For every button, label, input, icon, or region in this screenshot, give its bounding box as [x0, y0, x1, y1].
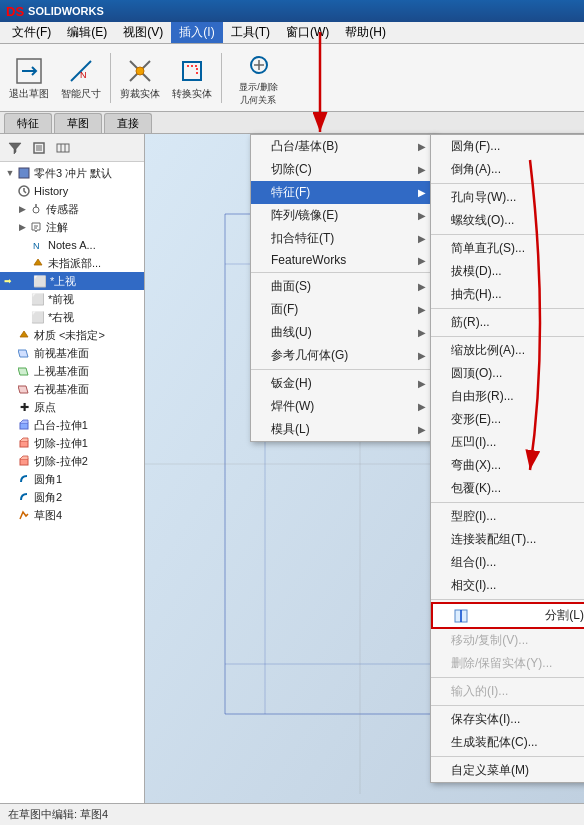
- menu-window[interactable]: 窗口(W): [278, 22, 337, 43]
- material-icon: [16, 327, 32, 343]
- fsep4: [431, 336, 584, 337]
- tree-root[interactable]: ▼ 零件3 冲片 默认: [0, 164, 144, 182]
- sensor-icon: [28, 201, 44, 217]
- fw-label: FeatureWorks: [271, 253, 346, 267]
- sub-imported[interactable]: 输入的(I)...: [431, 680, 584, 703]
- tree-fillet2[interactable]: 圆角2: [0, 488, 144, 506]
- top-plane-label: 上视基准面: [34, 364, 89, 379]
- tree-top-view[interactable]: ➡ ⬜ *上视: [0, 272, 144, 290]
- menu-edit[interactable]: 编辑(E): [59, 22, 115, 43]
- sub-custommenu[interactable]: 自定义菜单(M): [431, 759, 584, 782]
- sub-savebody[interactable]: 保存实体(I)...: [431, 708, 584, 731]
- menu-snap[interactable]: 扣合特征(T) ▶: [251, 227, 434, 250]
- sub-fillet[interactable]: 圆角(F)...: [431, 135, 584, 158]
- sub-draft[interactable]: 拔模(D)...: [431, 260, 584, 283]
- sub-simplehole[interactable]: 简单直孔(S)...: [431, 237, 584, 260]
- tree-history[interactable]: History: [0, 182, 144, 200]
- tree-fillet1[interactable]: 圆角1: [0, 470, 144, 488]
- sub-join[interactable]: 连接装配组(T)...: [431, 528, 584, 551]
- tree-notes[interactable]: N Notes A...: [0, 236, 144, 254]
- menu-cut[interactable]: 切除(C) ▶: [251, 158, 434, 181]
- menu-surface[interactable]: 曲面(S) ▶: [251, 275, 434, 298]
- tab-sketch[interactable]: 草图: [54, 113, 102, 133]
- sub-movecopy[interactable]: 移动/复制(V)...: [431, 629, 584, 652]
- tree-front-plane[interactable]: 前视基准面: [0, 344, 144, 362]
- menu-insert[interactable]: 插入(I): [171, 22, 222, 43]
- snap-arrow: ▶: [418, 233, 426, 244]
- snap-label: 扣合特征(T): [271, 230, 334, 247]
- tree-top-plane[interactable]: 上视基准面: [0, 362, 144, 380]
- show-del-label: 显示/删除几何关系: [239, 81, 278, 107]
- menu-file[interactable]: 文件(F): [4, 22, 59, 43]
- tree-cut1[interactable]: 切除-拉伸1: [0, 434, 144, 452]
- part-icon-button[interactable]: [28, 137, 50, 159]
- sub-wrap[interactable]: 包覆(K)...: [431, 477, 584, 500]
- tree-material[interactable]: 材质 <未指定>: [0, 326, 144, 344]
- material-label: 材质 <未指定>: [34, 328, 105, 343]
- pattern-label: 阵列/镜像(E): [271, 207, 338, 224]
- menu-curve[interactable]: 曲线(U) ▶: [251, 321, 434, 344]
- sub-indent[interactable]: 压凹(I)...: [431, 431, 584, 454]
- menu-weld[interactable]: 焊件(W) ▶: [251, 395, 434, 418]
- show-del-button[interactable]: 显示/删除几何关系: [226, 48, 291, 108]
- menu-feature[interactable]: 特征(F) ▶: [251, 181, 434, 204]
- smart-dim-button[interactable]: N 智能尺寸: [56, 48, 106, 108]
- menu-featureworks[interactable]: FeatureWorks ▶: [251, 250, 434, 270]
- convert-button[interactable]: 转换实体: [167, 48, 217, 108]
- tree-material-unspec[interactable]: 未指派部...: [0, 254, 144, 272]
- tree-origin[interactable]: ✚ 原点: [0, 398, 144, 416]
- menu-boss[interactable]: 凸台/基体(B) ▶: [251, 135, 434, 158]
- sub-makeassembly[interactable]: 生成装配体(C)...: [431, 731, 584, 754]
- tree-cut2[interactable]: 切除-拉伸2: [0, 452, 144, 470]
- filter-button[interactable]: [4, 137, 26, 159]
- sub-split[interactable]: 分割(L)...: [431, 602, 584, 629]
- panel-toolbar: [0, 134, 144, 162]
- sub-scale[interactable]: 缩放比例(A)...: [431, 339, 584, 362]
- tree-annotation[interactable]: ▶ 注解: [0, 218, 144, 236]
- menu-sheetmetal[interactable]: 钣金(H) ▶: [251, 372, 434, 395]
- tree-front[interactable]: ⬜ *前视: [0, 290, 144, 308]
- tab-direct[interactable]: 直接: [104, 113, 152, 133]
- sub-cavity[interactable]: 型腔(I)...: [431, 505, 584, 528]
- menu-mold[interactable]: 模具(L) ▶: [251, 418, 434, 441]
- sub-rib[interactable]: 筋(R)...: [431, 311, 584, 334]
- menu-pattern[interactable]: 阵列/镜像(E) ▶: [251, 204, 434, 227]
- sub-deletebody[interactable]: 删除/保留实体(Y)...: [431, 652, 584, 675]
- cut-arrow: ▶: [418, 164, 426, 175]
- tree-sketch4[interactable]: 草图4: [0, 506, 144, 524]
- sub-shell[interactable]: 抽壳(H)...: [431, 283, 584, 306]
- tab-features[interactable]: 特征: [4, 113, 52, 133]
- menu-help[interactable]: 帮助(H): [337, 22, 394, 43]
- right-plane-label: 右视基准面: [34, 382, 89, 397]
- sub-thread[interactable]: 螺纹线(O)...: [431, 209, 584, 232]
- sub-freeform[interactable]: 自由形(R)...: [431, 385, 584, 408]
- tree-sensor[interactable]: ▶ 传感器: [0, 200, 144, 218]
- fsep6: [431, 599, 584, 600]
- exit-sketch-button[interactable]: 退出草图: [4, 48, 54, 108]
- sub-intersect[interactable]: 相交(I)...: [431, 574, 584, 597]
- menu-refgeo[interactable]: 参考几何体(G) ▶: [251, 344, 434, 367]
- tree-boss1[interactable]: 凸台-拉伸1: [0, 416, 144, 434]
- cut2-label: 切除-拉伸2: [34, 454, 88, 469]
- cut2-icon: [16, 453, 32, 469]
- sub-dome[interactable]: 圆顶(O)...: [431, 362, 584, 385]
- view-icon-button[interactable]: [52, 137, 74, 159]
- sub-flex[interactable]: 弯曲(X)...: [431, 454, 584, 477]
- left-panel: ▼ 零件3 冲片 默认 History: [0, 134, 145, 803]
- sub-deform[interactable]: 变形(E)...: [431, 408, 584, 431]
- sw-logo: SOLIDWORKS: [28, 5, 104, 17]
- sub-chamfer[interactable]: 倒角(A)...: [431, 158, 584, 181]
- trim-button[interactable]: 剪裁实体: [115, 48, 165, 108]
- ds-logo: DS: [6, 4, 24, 19]
- menu-tools[interactable]: 工具(T): [223, 22, 278, 43]
- front-plane-label: 前视基准面: [34, 346, 89, 361]
- sketch4-icon: [16, 507, 32, 523]
- smart-dim-label: 智能尺寸: [61, 87, 101, 101]
- sub-combine[interactable]: 组合(I)...: [431, 551, 584, 574]
- tree-right-plane[interactable]: 右视基准面: [0, 380, 144, 398]
- sub-holewizard[interactable]: 孔向导(W)...: [431, 186, 584, 209]
- tree-right[interactable]: ⬜ *右视: [0, 308, 144, 326]
- menu-view[interactable]: 视图(V): [115, 22, 171, 43]
- menu-face[interactable]: 面(F) ▶: [251, 298, 434, 321]
- root-arrow: ▼: [4, 167, 16, 179]
